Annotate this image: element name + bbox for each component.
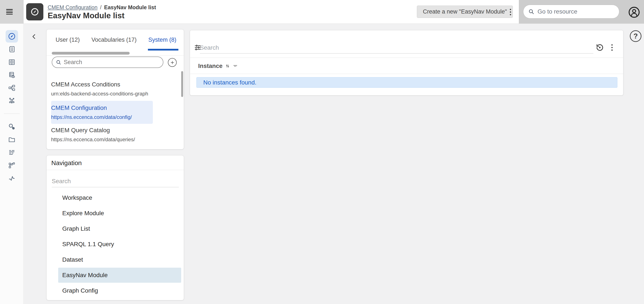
instance-list-kebab-icon[interactable] [608,43,616,52]
rail-divider [4,113,20,114]
graphs-panel: User (12) Vocabularies (17) System (8) C… [46,29,184,149]
tabs-horizontal-scrollbar[interactable] [52,52,130,55]
graph-search[interactable] [52,57,163,68]
book-open-icon[interactable] [8,58,16,66]
navigation-divider [46,170,184,170]
app-logo[interactable] [26,3,43,21]
graph-uri: https://ns.eccenca.com/data/queries/ [51,136,153,142]
nav-item-graph-config[interactable]: Graph Config [46,283,184,298]
nav-item-sparql-query[interactable]: SPARQL 1.1 Query [46,236,184,252]
breadcrumb-current: EasyNav Module list [104,4,156,11]
add-graph-button[interactable] [168,58,177,67]
collapse-panel-chevron-icon[interactable] [30,32,38,41]
nav-item-easynav-module[interactable]: EasyNav Module [58,268,181,283]
text-lines-icon[interactable] [8,148,16,156]
column-header-label: Instance [198,63,222,69]
hamburger-menu-icon[interactable] [6,9,13,15]
column-filter-icon[interactable] [232,63,238,69]
tab-user[interactable]: User (12) [56,37,80,43]
active-tab-underline [148,49,178,51]
resource-link-icon[interactable] [8,123,16,130]
nav-item-explore-module[interactable]: Explore Module [46,206,184,221]
graph-list-item[interactable]: CMEM Access Conditions urn:elds-backend-… [51,81,153,97]
breadcrumb-parent-link[interactable]: CMEM Configuration [48,4,98,11]
top-bar: CMEM Configuration / EasyNav Module list… [0,0,644,24]
explore-compass-icon[interactable] [8,33,16,40]
nav-item-workspace[interactable]: Workspace [46,190,184,206]
instance-search-row [190,30,623,58]
navigation-title: Navigation [51,159,82,167]
navigation-panel: Navigation Workspace Explore Module Grap… [46,155,184,300]
compass-logo-icon [30,7,40,17]
breadcrumb: CMEM Configuration / EasyNav Module list [48,4,156,11]
graph-uri: urn:elds-backend-access-conditions-graph [51,91,153,97]
topbar-corner-block [0,0,24,24]
graph-list-scrollbar[interactable] [181,71,183,97]
instance-column-header: Instance [198,62,238,70]
graph-network-icon[interactable] [8,97,16,105]
empty-state-message: No instances found. [203,79,256,86]
class-hierarchy-icon[interactable] [8,84,16,92]
sort-arrows-icon[interactable] [225,63,230,69]
folder-icon[interactable] [8,136,16,143]
tab-system[interactable]: System (8) [148,37,176,43]
topbar-right-zone [519,0,644,24]
search-icon [528,8,534,15]
history-icon[interactable] [595,43,604,52]
graph-list-item[interactable]: CMEM Query Catalog https://ns.eccenca.co… [51,127,153,142]
graph-title: CMEM Query Catalog [51,127,153,134]
page-title: EasyNav Module list [48,11,124,20]
nav-item-graph-list[interactable]: Graph List [46,221,184,236]
dataset-preview-icon[interactable] [8,71,16,79]
page-actions-kebab-icon[interactable] [506,6,514,18]
graph-list-item-selected[interactable]: CMEM Configuration https://ns.eccenca.co… [51,101,153,124]
graph-title: CMEM Configuration [51,104,153,111]
header-divider [190,58,623,58]
graph-search-input[interactable] [64,59,154,66]
nav-item-dataset[interactable]: Dataset [46,252,184,267]
graph-uri: https://ns.eccenca.com/data/config/ [51,114,153,120]
instance-list-panel: Instance No instances found. [190,30,624,95]
navigation-search-input[interactable] [52,175,179,187]
instance-search-input[interactable] [200,42,593,54]
go-to-resource-input[interactable] [538,8,608,15]
breadcrumb-separator: / [100,4,102,11]
user-avatar-icon[interactable] [628,6,640,18]
help-icon[interactable]: ? [630,30,642,42]
graph-title: CMEM Access Conditions [51,81,153,88]
tab-vocabularies[interactable]: Vocabularies (17) [92,37,136,43]
workflow-icon[interactable] [8,162,16,169]
go-to-resource-search[interactable] [523,5,619,19]
search-icon [56,59,62,65]
empty-state-banner: No instances found. [196,77,618,88]
icon-rail [0,24,24,304]
create-easynav-module-button[interactable]: Create a new "EasyNav Module" [417,6,513,18]
journal-icon[interactable] [8,45,16,53]
activity-icon[interactable] [8,174,16,182]
table-divider [190,74,623,74]
